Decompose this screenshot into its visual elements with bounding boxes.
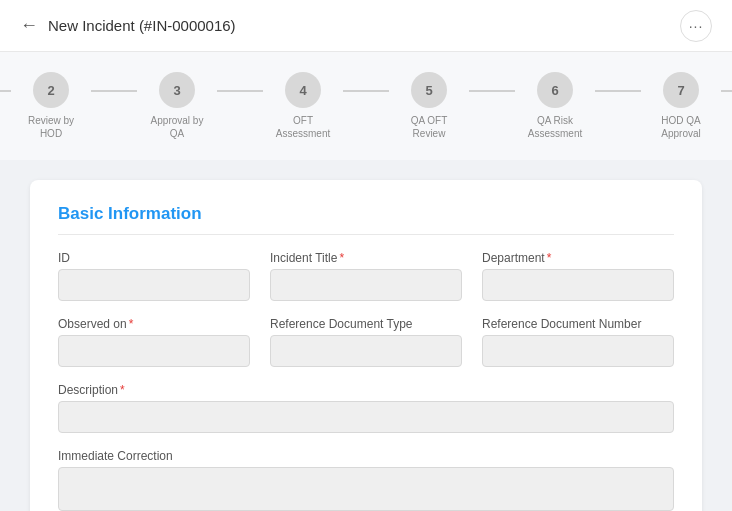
step-connector-1 bbox=[0, 90, 11, 92]
step-connector-6 bbox=[595, 90, 641, 92]
step-circle-3: 3 bbox=[159, 72, 195, 108]
field-department: Department* bbox=[482, 251, 674, 301]
step-circle-5: 5 bbox=[411, 72, 447, 108]
field-id: ID bbox=[58, 251, 250, 301]
step-label-5: QA OFT Review bbox=[394, 114, 464, 140]
ref-doc-number-label: Reference Document Number bbox=[482, 317, 674, 331]
step-label-3: Approval by QA bbox=[142, 114, 212, 140]
required-star-obs: * bbox=[129, 317, 134, 331]
incident-title-input[interactable] bbox=[270, 269, 462, 301]
menu-button[interactable]: ··· bbox=[680, 10, 712, 42]
ref-doc-number-input[interactable] bbox=[482, 335, 674, 367]
step-label-7: HOD QA Approval bbox=[646, 114, 716, 140]
step-connector-3 bbox=[217, 90, 263, 92]
header-left: ← New Incident (#IN-0000016) bbox=[20, 15, 236, 36]
id-label: ID bbox=[58, 251, 250, 265]
section-title: Basic Information bbox=[58, 204, 674, 235]
step-connector-4 bbox=[343, 90, 389, 92]
step-circle-6: 6 bbox=[537, 72, 573, 108]
incident-title-label: Incident Title* bbox=[270, 251, 462, 265]
field-immediate-correction: Immediate Correction bbox=[58, 449, 674, 511]
step-connector-5 bbox=[469, 90, 515, 92]
observed-on-input[interactable] bbox=[58, 335, 250, 367]
ref-doc-type-input[interactable] bbox=[270, 335, 462, 367]
description-input[interactable] bbox=[58, 401, 674, 433]
field-description: Description* bbox=[58, 383, 674, 433]
required-star-desc: * bbox=[120, 383, 125, 397]
field-incident-title: Incident Title* bbox=[270, 251, 462, 301]
step-connector-7 bbox=[721, 90, 732, 92]
department-label: Department* bbox=[482, 251, 674, 265]
description-label: Description* bbox=[58, 383, 674, 397]
step-label-4: OFT Assessment bbox=[268, 114, 338, 140]
department-input[interactable] bbox=[482, 269, 674, 301]
field-ref-doc-number: Reference Document Number bbox=[482, 317, 674, 367]
step-connector-2 bbox=[91, 90, 137, 92]
step-6[interactable]: 6QA Risk Assessment bbox=[515, 72, 595, 140]
id-input[interactable] bbox=[58, 269, 250, 301]
step-label-6: QA Risk Assessment bbox=[520, 114, 590, 140]
observed-on-label: Observed on* bbox=[58, 317, 250, 331]
immediate-correction-input[interactable] bbox=[58, 467, 674, 511]
immediate-correction-label: Immediate Correction bbox=[58, 449, 674, 463]
step-circle-4: 4 bbox=[285, 72, 321, 108]
field-observed-on: Observed on* bbox=[58, 317, 250, 367]
required-star-dept: * bbox=[547, 251, 552, 265]
step-circle-2: 2 bbox=[33, 72, 69, 108]
main-content: Basic Information ID Incident Title* Dep… bbox=[0, 160, 732, 511]
step-7[interactable]: 7HOD QA Approval bbox=[641, 72, 721, 140]
header: ← New Incident (#IN-0000016) ··· bbox=[0, 0, 732, 52]
form-card: Basic Information ID Incident Title* Dep… bbox=[30, 180, 702, 511]
stepper: 1Initiation2Review by HOD3Approval by QA… bbox=[0, 72, 732, 140]
step-4[interactable]: 4OFT Assessment bbox=[263, 72, 343, 140]
step-3[interactable]: 3Approval by QA bbox=[137, 72, 217, 140]
step-label-2: Review by HOD bbox=[16, 114, 86, 140]
page-title: New Incident (#IN-0000016) bbox=[48, 17, 236, 34]
stepper-container: 1Initiation2Review by HOD3Approval by QA… bbox=[0, 52, 732, 160]
step-circle-7: 7 bbox=[663, 72, 699, 108]
form-grid: ID Incident Title* Department* Observed … bbox=[58, 251, 674, 511]
ref-doc-type-label: Reference Document Type bbox=[270, 317, 462, 331]
required-star: * bbox=[339, 251, 344, 265]
field-ref-doc-type: Reference Document Type bbox=[270, 317, 462, 367]
step-2[interactable]: 2Review by HOD bbox=[11, 72, 91, 140]
back-button[interactable]: ← bbox=[20, 15, 38, 36]
step-5[interactable]: 5QA OFT Review bbox=[389, 72, 469, 140]
